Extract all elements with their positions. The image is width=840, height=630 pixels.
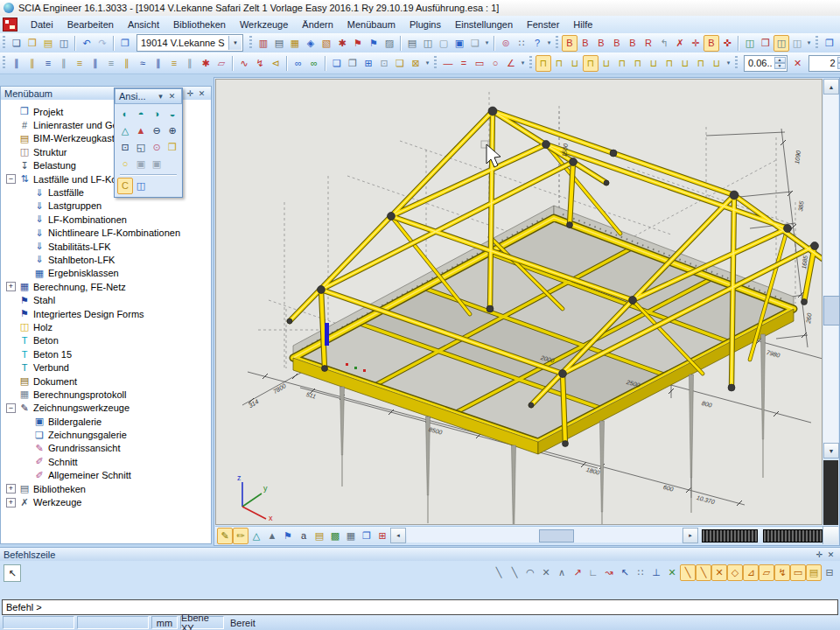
copy-blue-icon[interactable]: ❏ [329, 55, 345, 72]
beam-section-5-icon[interactable]: ⊔ [598, 55, 614, 72]
show-text-icon[interactable]: a [296, 528, 312, 544]
erase-part-icon[interactable]: ▱ [214, 55, 229, 72]
snap-delete-icon[interactable]: ✕ [538, 564, 554, 581]
close-icon[interactable]: ✕ [825, 550, 836, 559]
open-project-icon[interactable]: ❒ [24, 35, 40, 52]
tree-item-lastgruppen[interactable]: ⇓Lastgruppen [1, 200, 211, 213]
beam-section-11-icon[interactable]: ⊓ [693, 55, 709, 72]
beam-section-8-icon[interactable]: ⊔ [646, 55, 662, 72]
save-all-icon[interactable]: ▤ [40, 35, 56, 52]
toolbar-grip[interactable] [249, 36, 252, 50]
beam-section-7-icon[interactable]: ⊓ [630, 55, 646, 72]
show-labels-icon[interactable]: ⚑ [280, 528, 296, 544]
snap-line-icon[interactable]: ╲ [491, 564, 507, 581]
beam-section-12-icon[interactable]: ⊔ [709, 55, 724, 72]
tree-item-beton[interactable]: TBeton [1, 334, 211, 347]
grid-dots-icon[interactable]: ∷ [633, 564, 648, 581]
snap-vector-icon[interactable]: ↗ [570, 564, 585, 581]
menu-men-baum[interactable]: Menübaum [340, 18, 402, 32]
select-arrow-icon[interactable]: ↰ [656, 35, 672, 52]
draw-line-icon[interactable]: — [440, 55, 456, 72]
undo-icon[interactable]: ↶ [79, 35, 94, 52]
toolbar-grip[interactable] [3, 36, 5, 50]
tree-item-verbund[interactable]: TVerbund [1, 360, 211, 374]
view-17a-icon[interactable]: ◫ [774, 35, 789, 52]
view-top-icon[interactable]: ◐ [117, 106, 133, 122]
chevron-more-icon[interactable]: ▾ [805, 39, 813, 46]
toolbar-grip[interactable] [3, 56, 5, 70]
scroll-right-icon[interactable]: ▸ [682, 528, 698, 543]
snap-point-icon[interactable]: ╲ [507, 564, 522, 581]
grid-step-spinner[interactable]: 2 ▲▼ [808, 55, 840, 72]
tree-item-bildergalerie[interactable]: ▣Bildergalerie [1, 415, 211, 428]
snap-settings-icon[interactable]: ⊟ [822, 564, 837, 581]
document-send-icon[interactable]: ▣ [452, 35, 467, 52]
snap-tangent-icon[interactable]: ⊿ [743, 564, 759, 581]
tree-item-holz[interactable]: ◫Holz [1, 320, 211, 333]
pointer-tool-button[interactable]: ↖ [4, 564, 21, 582]
select-add-icon[interactable]: B [593, 35, 609, 52]
spinner-up-icon[interactable]: ▲ [837, 57, 840, 63]
document-icon[interactable]: ▢ [436, 35, 452, 52]
tree-expand-icon[interactable]: − [6, 174, 16, 184]
menu-plugins[interactable]: Plugins [402, 18, 448, 32]
project-selector[interactable]: 19014 V.Lekanne S ▼ [136, 34, 243, 52]
snap-curve-icon[interactable]: ↝ [601, 564, 617, 581]
colors-palette-icon[interactable]: C [117, 178, 133, 194]
move-icon[interactable]: ⊡ [376, 55, 392, 72]
show-supports-icon[interactable]: ▲ [264, 528, 280, 544]
doc-grid-red-icon[interactable]: ⊞ [374, 528, 390, 544]
wireframe-icon[interactable]: ✎ [217, 528, 233, 544]
zoom-out-icon[interactable]: ⊖ [149, 122, 164, 139]
snap-grid-line-icon[interactable]: ▤ [806, 564, 822, 581]
tree-expand-icon[interactable]: − [6, 403, 16, 413]
tree-item-stahlbeton-lfk[interactable]: ⇓Stahlbeton-LFK [1, 253, 211, 266]
copy-gray-icon[interactable]: ❐ [345, 55, 360, 72]
snap-arc-icon[interactable]: ◠ [522, 564, 538, 581]
menu-einstellungen[interactable]: Einstellungen [448, 18, 520, 32]
redo-icon[interactable]: ↷ [94, 35, 110, 52]
view-17b-icon[interactable]: ◫ [789, 35, 805, 52]
beam-delete-icon[interactable]: ∥ [56, 55, 72, 72]
draw-parallel-icon[interactable]: = [456, 55, 472, 72]
tree-item-allgemeiner-schnitt[interactable]: ✐Allgemeiner Schnitt [1, 469, 211, 482]
status-unit[interactable]: mm [151, 616, 178, 629]
horizontal-scroll-thumb[interactable] [539, 529, 574, 542]
snap-box-icon[interactable]: ▭ [790, 564, 806, 581]
vertical-scroll-thumb[interactable] [823, 296, 840, 326]
beam-section-9-icon[interactable]: ⊓ [662, 55, 677, 72]
link-green-icon[interactable]: ∞ [306, 55, 322, 72]
select-target-icon[interactable]: ✜ [719, 35, 735, 52]
database-icon[interactable]: ▤ [271, 35, 287, 52]
draw-rect-icon[interactable]: ▭ [472, 55, 487, 72]
show-loads-icon[interactable]: ▤ [312, 528, 327, 544]
view-axo-icon[interactable]: ◒ [164, 106, 180, 122]
perspective-icon[interactable]: ▲ [133, 122, 149, 139]
beam-section-2-icon[interactable]: ⊓ [551, 55, 567, 72]
polyline-edit-icon[interactable]: ∿ [236, 55, 252, 72]
snap-angle-icon[interactable]: ∧ [554, 564, 570, 581]
close-icon[interactable]: ✕ [196, 89, 207, 98]
tree-item-lf-kombinationen[interactable]: ⇓LF-Kombinationen [1, 213, 211, 226]
snap-midpoints-icon[interactable]: ╲ [696, 564, 711, 581]
toolbar-grip[interactable] [735, 56, 738, 70]
menu-ndern[interactable]: Ändern [295, 18, 340, 32]
scroll-up-icon[interactable]: ▲ [823, 79, 839, 94]
tree-item-grundrissansicht[interactable]: ✎Grundrissansicht [1, 442, 211, 455]
wall-delete-icon[interactable]: ≡ [103, 55, 119, 72]
tree-expand-icon[interactable]: + [6, 282, 16, 291]
tree-item-stahl[interactable]: ⚑Stahl [1, 293, 211, 306]
command-input[interactable]: Befehl > [2, 599, 838, 615]
gallery-add-icon[interactable]: ❒ [758, 35, 774, 52]
select-lock-icon[interactable]: B [609, 35, 625, 52]
calculator-icon[interactable]: ▦ [287, 35, 303, 52]
member-split-icon[interactable]: ∥ [182, 55, 198, 72]
chevron-more-icon[interactable]: ▾ [483, 39, 491, 46]
wall-insert-icon[interactable]: ∥ [88, 55, 103, 72]
copy-yellow-icon[interactable]: ❏ [392, 55, 408, 72]
solver-icon[interactable]: ✱ [334, 35, 350, 52]
menu-werkzeuge[interactable]: Werkzeuge [233, 18, 295, 32]
view-side-icon[interactable]: ◑ [149, 106, 164, 122]
select-beams-icon[interactable]: B [578, 35, 593, 52]
deselect-icon[interactable]: ✗ [672, 35, 688, 52]
